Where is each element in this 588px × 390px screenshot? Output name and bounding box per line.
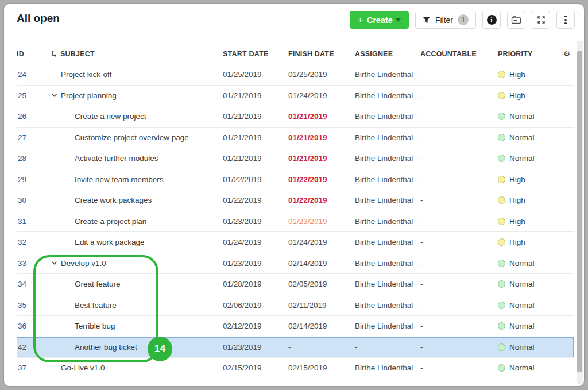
start-date[interactable]: 01/28/2019 <box>223 280 288 288</box>
vertical-scrollbar[interactable] <box>577 41 583 384</box>
assignee[interactable]: Birthe Lindenthal <box>355 154 420 163</box>
start-date[interactable]: 01/24/2019 <box>223 238 288 246</box>
subject-text[interactable]: Edit a work package <box>75 238 145 246</box>
priority[interactable]: Normal <box>498 154 553 163</box>
subject-text[interactable]: Create a new project <box>75 112 146 121</box>
fullscreen-button[interactable] <box>532 11 550 29</box>
assignee[interactable]: Birthe Lindenthal <box>355 280 420 288</box>
accountable[interactable]: - <box>420 133 498 142</box>
start-date[interactable]: 02/12/2019 <box>223 322 288 330</box>
start-date[interactable]: 01/21/2019 <box>223 133 288 142</box>
subject-text[interactable]: Invite new team members <box>75 175 164 184</box>
work-package-id-link[interactable]: 29 <box>18 175 26 184</box>
subject-text[interactable]: Create a project plan <box>75 217 146 226</box>
filter-button[interactable]: Filter 1 <box>415 11 476 29</box>
assignee[interactable]: Birthe Lindenthal <box>355 301 420 310</box>
subject-text[interactable]: Create work packages <box>75 196 152 204</box>
accountable[interactable]: - <box>420 154 498 163</box>
table-row[interactable]: 34 Great feature 01/28/2019 02/05/2019 B… <box>17 274 574 295</box>
work-package-id-link[interactable]: 26 <box>18 112 26 121</box>
work-package-id-link[interactable]: 27 <box>18 133 26 142</box>
finish-date[interactable]: - <box>288 343 355 352</box>
priority[interactable]: Normal <box>498 280 553 288</box>
accountable[interactable]: - <box>420 343 498 352</box>
finish-date[interactable]: 01/21/2019 <box>288 154 355 163</box>
column-header-priority[interactable]: PRIORITY <box>498 50 553 58</box>
scrollbar-thumb[interactable] <box>577 51 582 372</box>
subject-text[interactable]: Great feature <box>75 280 121 288</box>
table-row[interactable]: 42 Another bug ticket 01/23/2019 - - - N… <box>17 337 574 358</box>
table-row[interactable]: 27 Customize project overview page 01/21… <box>17 128 574 149</box>
start-date[interactable]: 01/23/2019 <box>223 217 288 226</box>
subject-text[interactable]: Go-Live v1.0 <box>61 364 105 372</box>
assignee[interactable]: Birthe Lindenthal <box>355 175 420 184</box>
work-package-id-link[interactable]: 30 <box>18 196 26 204</box>
create-button[interactable]: + Create <box>350 11 409 29</box>
assignee[interactable]: Birthe Lindenthal <box>355 238 420 246</box>
work-package-id-link[interactable]: 28 <box>18 154 26 163</box>
table-row[interactable]: 31 Create a project plan 01/23/2019 01/2… <box>17 211 574 233</box>
work-package-id-link[interactable]: 35 <box>18 301 26 310</box>
work-package-id-link[interactable]: 42 <box>18 343 26 352</box>
column-header-finish-date[interactable]: FINISH DATE <box>288 50 355 58</box>
table-row[interactable]: 32 Edit a work package 01/24/2019 01/24/… <box>17 232 574 253</box>
accountable[interactable]: - <box>420 91 498 100</box>
table-settings-button[interactable]: ⚙ <box>553 49 574 58</box>
subject-text[interactable]: Project planning <box>61 91 117 100</box>
assignee[interactable]: Birthe Lindenthal <box>355 91 420 100</box>
table-row[interactable]: 25 Project planning 01/21/2019 01/24/201… <box>17 86 574 107</box>
column-header-start-date[interactable]: START DATE <box>223 50 288 58</box>
finish-date[interactable]: 01/23/2019 <box>288 217 355 226</box>
accountable[interactable]: - <box>420 301 498 310</box>
column-header-subject[interactable]: SUBJECT <box>51 50 223 58</box>
assignee[interactable]: Birthe Lindenthal <box>355 217 420 226</box>
column-header-accountable[interactable]: ACCOUNTABLE <box>420 50 498 58</box>
finish-date[interactable]: 02/14/2019 <box>288 259 355 268</box>
work-package-id-link[interactable]: 33 <box>18 259 26 268</box>
assignee[interactable]: Birthe Lindenthal <box>355 133 420 142</box>
priority[interactable]: Normal <box>498 343 553 352</box>
start-date[interactable]: 01/22/2019 <box>223 175 288 184</box>
card-view-button[interactable] <box>507 11 525 29</box>
assignee[interactable]: Birthe Lindenthal <box>355 259 420 268</box>
finish-date[interactable]: 01/24/2019 <box>288 238 355 246</box>
work-package-id-link[interactable]: 34 <box>18 280 26 288</box>
priority[interactable]: Normal <box>498 301 553 310</box>
finish-date[interactable]: 02/15/2019 <box>288 364 355 372</box>
table-row[interactable]: 24 Project kick-off 01/25/2019 01/25/201… <box>17 64 574 86</box>
priority[interactable]: High <box>498 91 553 100</box>
finish-date[interactable]: 02/14/2019 <box>288 322 355 330</box>
column-header-assignee[interactable]: ASSIGNEE <box>355 50 420 58</box>
finish-date[interactable]: 01/22/2019 <box>288 175 355 184</box>
priority[interactable]: High <box>498 70 553 79</box>
finish-date[interactable]: 01/21/2019 <box>288 112 355 121</box>
start-date[interactable]: 01/21/2019 <box>223 112 288 121</box>
subject-text[interactable]: Develop v1.0 <box>61 259 106 268</box>
table-row[interactable]: 26 Create a new project 01/21/2019 01/21… <box>17 106 574 128</box>
assignee[interactable]: - <box>355 343 420 352</box>
finish-date[interactable]: 02/05/2019 <box>288 280 355 288</box>
start-date[interactable]: 01/25/2019 <box>223 70 288 79</box>
priority[interactable]: Normal <box>498 364 553 372</box>
priority[interactable]: High <box>498 238 553 246</box>
accountable[interactable]: - <box>420 259 498 268</box>
accountable[interactable]: - <box>420 280 498 288</box>
accountable[interactable]: - <box>420 175 498 184</box>
assignee[interactable]: Birthe Lindenthal <box>355 112 420 121</box>
more-menu-button[interactable] <box>556 11 575 29</box>
start-date[interactable]: 02/06/2019 <box>223 301 288 310</box>
work-package-id-link[interactable]: 36 <box>18 322 26 330</box>
start-date[interactable]: 01/21/2019 <box>223 154 288 163</box>
work-package-id-link[interactable]: 31 <box>18 217 26 226</box>
priority[interactable]: Normal <box>498 112 553 121</box>
priority[interactable]: Normal <box>498 133 553 142</box>
accountable[interactable]: - <box>420 217 498 226</box>
finish-date[interactable]: 01/25/2019 <box>288 70 355 79</box>
finish-date[interactable]: 01/24/2019 <box>288 91 355 100</box>
accountable[interactable]: - <box>420 112 498 121</box>
subject-text[interactable]: Activate further modules <box>75 154 158 163</box>
assignee[interactable]: Birthe Lindenthal <box>355 364 420 372</box>
subject-text[interactable]: Terrible bug <box>75 322 115 330</box>
assignee[interactable]: Birthe Lindenthal <box>355 322 420 330</box>
accountable[interactable]: - <box>420 196 498 204</box>
